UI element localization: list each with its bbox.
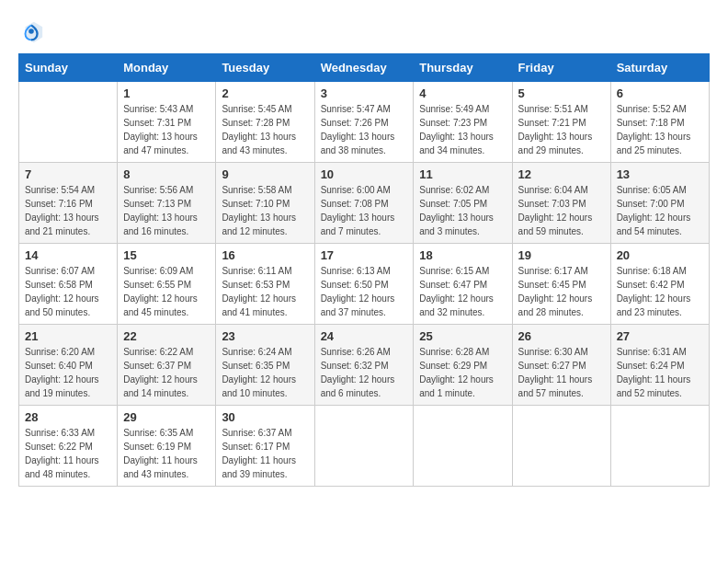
calendar-cell [414,406,512,487]
calendar-cell: 16Sunrise: 6:11 AMSunset: 6:53 PMDayligh… [216,244,314,325]
day-info: Sunrise: 6:00 AMSunset: 7:08 PMDaylight:… [321,183,408,238]
weekday-header: Thursday [414,54,512,82]
day-info: Sunrise: 5:49 AMSunset: 7:23 PMDaylight:… [419,102,506,157]
calendar-cell [512,406,610,487]
day-number: 29 [123,410,210,424]
day-info: Sunrise: 5:56 AMSunset: 7:13 PMDaylight:… [123,183,210,238]
day-number: 5 [518,86,605,100]
day-info: Sunrise: 5:58 AMSunset: 7:10 PMDaylight:… [222,183,308,238]
day-info: Sunrise: 6:05 AMSunset: 7:00 PMDaylight:… [617,183,703,238]
calendar-week-row: 28Sunrise: 6:33 AMSunset: 6:22 PMDayligh… [19,406,710,487]
calendar-cell: 19Sunrise: 6:17 AMSunset: 6:45 PMDayligh… [512,244,610,325]
calendar-cell: 4Sunrise: 5:49 AMSunset: 7:23 PMDaylight… [414,82,512,163]
calendar-cell: 3Sunrise: 5:47 AMSunset: 7:26 PMDaylight… [314,82,414,163]
calendar-cell [19,82,118,163]
day-info: Sunrise: 6:26 AMSunset: 6:32 PMDaylight:… [321,345,408,400]
calendar-cell: 21Sunrise: 6:20 AMSunset: 6:40 PMDayligh… [19,325,118,406]
calendar-table: SundayMondayTuesdayWednesdayThursdayFrid… [18,53,710,487]
day-number: 28 [25,410,111,424]
calendar-cell: 7Sunrise: 5:54 AMSunset: 7:16 PMDaylight… [19,163,118,244]
calendar-week-row: 14Sunrise: 6:07 AMSunset: 6:58 PMDayligh… [19,244,710,325]
calendar-cell: 18Sunrise: 6:15 AMSunset: 6:47 PMDayligh… [414,244,512,325]
calendar-week-row: 21Sunrise: 6:20 AMSunset: 6:40 PMDayligh… [19,325,710,406]
weekday-header: Sunday [19,54,118,82]
weekday-header: Saturday [610,54,709,82]
day-info: Sunrise: 5:52 AMSunset: 7:18 PMDaylight:… [617,102,703,157]
day-number: 12 [518,167,605,181]
calendar-header-row: SundayMondayTuesdayWednesdayThursdayFrid… [19,54,710,82]
calendar-cell: 8Sunrise: 5:56 AMSunset: 7:13 PMDaylight… [118,163,216,244]
calendar-cell: 2Sunrise: 5:45 AMSunset: 7:28 PMDaylight… [216,82,314,163]
day-info: Sunrise: 5:51 AMSunset: 7:21 PMDaylight:… [518,102,605,157]
day-info: Sunrise: 6:31 AMSunset: 6:24 PMDaylight:… [617,345,703,400]
day-number: 26 [518,329,605,343]
calendar-week-row: 1Sunrise: 5:43 AMSunset: 7:31 PMDaylight… [19,82,710,163]
day-info: Sunrise: 6:04 AMSunset: 7:03 PMDaylight:… [518,183,605,238]
day-number: 27 [617,329,703,343]
day-number: 10 [321,167,408,181]
calendar-cell: 20Sunrise: 6:18 AMSunset: 6:42 PMDayligh… [610,244,709,325]
day-number: 9 [222,167,308,181]
calendar-cell [610,406,709,487]
calendar-cell: 10Sunrise: 6:00 AMSunset: 7:08 PMDayligh… [314,163,414,244]
day-info: Sunrise: 5:47 AMSunset: 7:26 PMDaylight:… [321,102,408,157]
calendar-cell: 12Sunrise: 6:04 AMSunset: 7:03 PMDayligh… [512,163,610,244]
weekday-header: Wednesday [314,54,414,82]
calendar-cell: 15Sunrise: 6:09 AMSunset: 6:55 PMDayligh… [118,244,216,325]
calendar-cell: 29Sunrise: 6:35 AMSunset: 6:19 PMDayligh… [118,406,216,487]
day-info: Sunrise: 5:45 AMSunset: 7:28 PMDaylight:… [222,102,308,157]
day-number: 19 [518,248,605,262]
calendar-cell: 17Sunrise: 6:13 AMSunset: 6:50 PMDayligh… [314,244,414,325]
day-number: 4 [419,86,506,100]
day-number: 11 [419,167,506,181]
day-number: 25 [419,329,506,343]
calendar-cell: 27Sunrise: 6:31 AMSunset: 6:24 PMDayligh… [610,325,709,406]
day-info: Sunrise: 5:54 AMSunset: 7:16 PMDaylight:… [25,183,111,238]
weekday-header: Monday [118,54,216,82]
calendar-cell: 14Sunrise: 6:07 AMSunset: 6:58 PMDayligh… [19,244,118,325]
day-info: Sunrise: 6:07 AMSunset: 6:58 PMDaylight:… [25,264,111,319]
day-info: Sunrise: 6:22 AMSunset: 6:37 PMDaylight:… [123,345,210,400]
day-number: 13 [617,167,703,181]
day-number: 24 [321,329,408,343]
calendar-cell: 28Sunrise: 6:33 AMSunset: 6:22 PMDayligh… [19,406,118,487]
calendar-cell: 22Sunrise: 6:22 AMSunset: 6:37 PMDayligh… [118,325,216,406]
day-number: 1 [123,86,210,100]
calendar-cell: 24Sunrise: 6:26 AMSunset: 6:32 PMDayligh… [314,325,414,406]
calendar-cell: 25Sunrise: 6:28 AMSunset: 6:29 PMDayligh… [414,325,512,406]
day-number: 20 [617,248,703,262]
day-info: Sunrise: 6:17 AMSunset: 6:45 PMDaylight:… [518,264,605,319]
day-number: 15 [123,248,210,262]
day-number: 6 [617,86,703,100]
day-info: Sunrise: 5:43 AMSunset: 7:31 PMDaylight:… [123,102,210,157]
calendar-cell: 9Sunrise: 5:58 AMSunset: 7:10 PMDaylight… [216,163,314,244]
calendar-cell: 23Sunrise: 6:24 AMSunset: 6:35 PMDayligh… [216,325,314,406]
day-number: 3 [321,86,408,100]
day-info: Sunrise: 6:33 AMSunset: 6:22 PMDaylight:… [25,426,111,481]
day-info: Sunrise: 6:15 AMSunset: 6:47 PMDaylight:… [419,264,506,319]
day-number: 17 [321,248,408,262]
day-number: 22 [123,329,210,343]
day-info: Sunrise: 6:28 AMSunset: 6:29 PMDaylight:… [419,345,506,400]
day-info: Sunrise: 6:02 AMSunset: 7:05 PMDaylight:… [419,183,506,238]
day-info: Sunrise: 6:35 AMSunset: 6:19 PMDaylight:… [123,426,210,481]
page-header [18,18,710,44]
day-info: Sunrise: 6:30 AMSunset: 6:27 PMDaylight:… [518,345,605,400]
day-info: Sunrise: 6:37 AMSunset: 6:17 PMDaylight:… [222,426,308,481]
calendar-cell: 13Sunrise: 6:05 AMSunset: 7:00 PMDayligh… [610,163,709,244]
svg-point-1 [28,29,34,34]
calendar-cell: 11Sunrise: 6:02 AMSunset: 7:05 PMDayligh… [414,163,512,244]
day-info: Sunrise: 6:11 AMSunset: 6:53 PMDaylight:… [222,264,308,319]
calendar-cell: 1Sunrise: 5:43 AMSunset: 7:31 PMDaylight… [118,82,216,163]
day-number: 14 [25,248,111,262]
general-blue-icon [18,18,44,44]
day-number: 2 [222,86,308,100]
day-number: 30 [222,410,308,424]
day-number: 18 [419,248,506,262]
weekday-header: Tuesday [216,54,314,82]
calendar-cell: 26Sunrise: 6:30 AMSunset: 6:27 PMDayligh… [512,325,610,406]
logo [18,18,48,44]
day-info: Sunrise: 6:24 AMSunset: 6:35 PMDaylight:… [222,345,308,400]
calendar-cell: 6Sunrise: 5:52 AMSunset: 7:18 PMDaylight… [610,82,709,163]
day-number: 23 [222,329,308,343]
